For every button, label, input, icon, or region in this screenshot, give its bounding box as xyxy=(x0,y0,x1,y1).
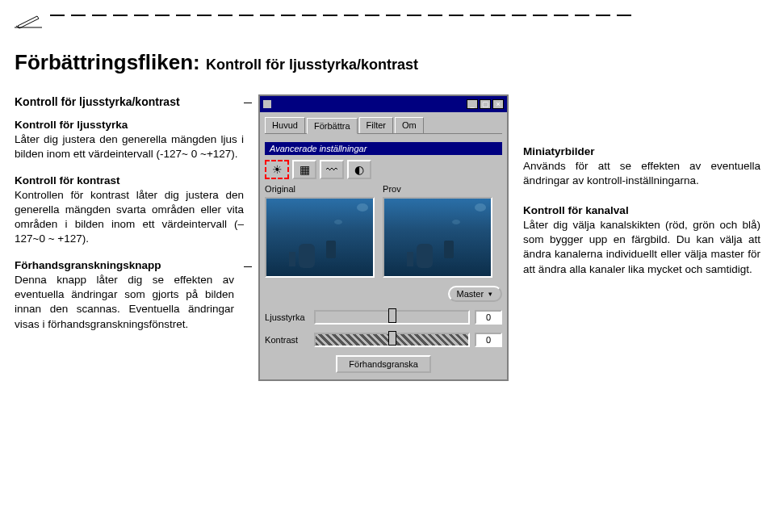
close-button[interactable]: × xyxy=(492,99,504,109)
minimize-button[interactable]: _ xyxy=(467,99,478,109)
dash-segment xyxy=(92,15,107,16)
brightness-value: 0 xyxy=(475,310,502,325)
master-label: Master xyxy=(456,289,484,299)
dash-segment xyxy=(449,15,463,16)
top-dash-line xyxy=(15,15,760,32)
tab-strip: Huvud Förbättra Filter Om xyxy=(265,117,502,134)
contrast-slider[interactable] xyxy=(314,333,470,347)
thumbnail-preview xyxy=(383,197,492,278)
title-sub: Kontroll för ljusstyrka/kontrast xyxy=(206,57,418,73)
dash-segment xyxy=(197,15,212,16)
right-text-thumbs: Används för att se effekten av eventuell… xyxy=(523,160,760,186)
dash-segment xyxy=(260,15,274,16)
dash-segment xyxy=(71,15,86,16)
dash-segment xyxy=(596,15,610,16)
left-text-contrast: Kontrollen för kontrast låter dig juster… xyxy=(15,189,244,245)
dash-segment xyxy=(302,15,316,16)
chevron-down-icon: ▾ xyxy=(488,290,492,298)
dash-segment xyxy=(365,15,379,16)
tool-balance[interactable]: ◐ xyxy=(347,160,371,179)
dash-segment xyxy=(575,15,589,16)
brightness-icon: ☀ xyxy=(272,163,283,176)
channel-master-button[interactable]: Master ▾ xyxy=(448,286,502,302)
tab-huvud[interactable]: Huvud xyxy=(265,117,305,133)
right-column: Miniatyrbilder Används för att se effekt… xyxy=(523,145,760,291)
right-heading-2: Kontroll för kanalval xyxy=(523,204,629,216)
svg-marker-1 xyxy=(18,16,39,28)
tab-filter[interactable]: Filter xyxy=(359,117,393,133)
dash-segment xyxy=(533,15,547,16)
brightness-slider[interactable] xyxy=(314,310,470,325)
window-buttons: _ ▢ × xyxy=(467,99,504,109)
tool-curves[interactable]: 〰 xyxy=(320,160,344,179)
brightness-slider-row: Ljusstyrka 0 xyxy=(265,310,502,325)
dash-segment xyxy=(428,15,442,16)
dash-segment xyxy=(281,15,295,16)
brightness-slider-thumb[interactable] xyxy=(388,308,396,323)
label-prov: Prov xyxy=(383,184,401,194)
dash-segment xyxy=(218,15,232,16)
left-block-brightness: Kontroll för ljusstyrka Låter dig juster… xyxy=(15,118,244,162)
dash-segment xyxy=(176,15,191,16)
title-main: Förbättringsfliken: xyxy=(15,50,200,74)
maximize-button[interactable]: ▢ xyxy=(480,99,491,109)
left-heading-3: Kontroll för kontrast xyxy=(15,174,120,186)
dash-segment xyxy=(323,15,337,16)
contrast-label: Kontrast xyxy=(265,335,309,345)
left-heading-1: Kontroll för ljusstyrka/kontrast xyxy=(15,94,244,110)
thumbnail-original xyxy=(265,197,375,278)
left-heading-2: Kontroll för ljusstyrka xyxy=(15,119,128,131)
panel-header: Avancerade inställningar xyxy=(265,142,502,155)
app-window: _ ▢ × Huvud Förbättra Filter Om Avancera… xyxy=(258,94,509,381)
left-heading-4: Förhandsgranskningsknapp xyxy=(15,259,161,271)
dash-segment xyxy=(512,15,526,16)
left-text-brightness: Låter dig justera den generella mängden … xyxy=(15,133,244,160)
tool-levels[interactable]: ▦ xyxy=(292,160,316,179)
dash-segment xyxy=(491,15,505,16)
dash-segment xyxy=(239,15,253,16)
left-column: Kontroll för ljusstyrka/kontrast Kontrol… xyxy=(15,94,244,343)
main-columns: Kontroll för ljusstyrka/kontrast Kontrol… xyxy=(15,94,760,381)
dash-segment xyxy=(407,15,421,16)
right-block-channel: Kontroll för kanalval Låter dig välja ka… xyxy=(523,203,760,277)
tool-row: ☀ ▦ 〰 ◐ xyxy=(265,160,502,179)
window-body: Huvud Förbättra Filter Om Avancerade ins… xyxy=(260,112,507,379)
right-text-channel: Låter dig välja kanalskikten (röd, grön … xyxy=(523,219,760,275)
dash-segment xyxy=(386,15,400,16)
preview-button[interactable]: Förhandsgranska xyxy=(336,355,431,373)
dash-segment xyxy=(113,15,128,16)
dash-segment xyxy=(470,15,484,16)
contrast-slider-row: Kontrast 0 xyxy=(265,333,502,347)
contrast-slider-thumb[interactable] xyxy=(388,331,396,346)
balance-icon: ◐ xyxy=(354,163,364,176)
curves-icon: 〰 xyxy=(326,163,337,176)
right-heading-1: Miniatyrbilder xyxy=(523,145,595,157)
dash-segment xyxy=(344,15,358,16)
dash-segment xyxy=(134,15,149,16)
dash-segment xyxy=(50,15,65,16)
left-block-preview: Förhandsgranskningsknapp Denna knapp låt… xyxy=(15,258,244,332)
brightness-label: Ljusstyrka xyxy=(265,312,309,322)
dash-segment xyxy=(554,15,568,16)
label-original: Original xyxy=(265,184,375,194)
window-icon xyxy=(263,100,271,108)
center-column: _ ▢ × Huvud Förbättra Filter Om Avancera… xyxy=(258,94,509,381)
tab-om[interactable]: Om xyxy=(395,117,424,133)
thumbnail-row xyxy=(265,197,502,278)
contrast-value: 0 xyxy=(475,333,502,347)
right-block-thumbs: Miniatyrbilder Används för att se effekt… xyxy=(523,145,760,189)
tool-brightness[interactable]: ☀ xyxy=(265,160,289,179)
window-titlebar: _ ▢ × xyxy=(260,96,507,112)
left-block-contrast: Kontroll för kontrast Kontrollen för kon… xyxy=(15,174,244,247)
page-title: Förbättringsfliken: Kontroll för ljussty… xyxy=(15,50,760,75)
dash-segment xyxy=(155,15,170,16)
tab-forbattra[interactable]: Förbättra xyxy=(307,118,358,134)
dash-segment xyxy=(617,15,631,16)
thumb-labels: Original Prov xyxy=(265,184,502,194)
pencil-icon xyxy=(15,15,44,32)
levels-icon: ▦ xyxy=(300,163,310,176)
